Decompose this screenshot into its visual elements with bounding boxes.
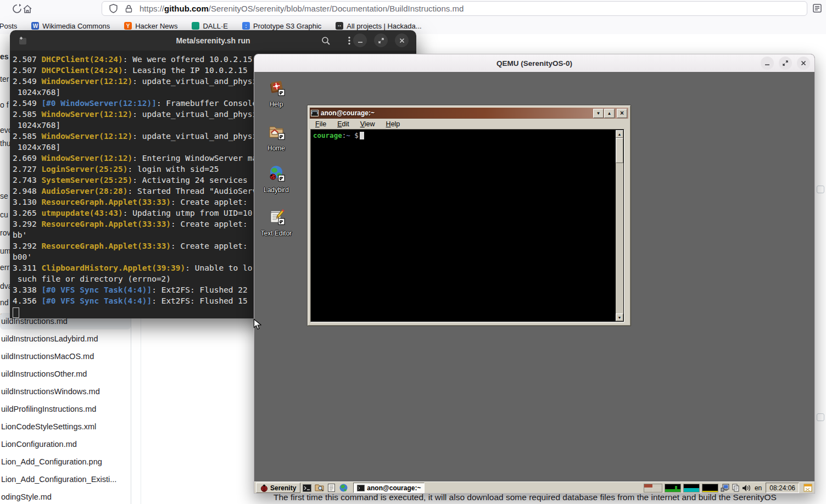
quicklaunch-text-editor-icon[interactable] xyxy=(326,483,337,493)
maximize-button[interactable] xyxy=(779,57,792,70)
page-paragraph: The first time this command is executed,… xyxy=(274,492,777,502)
clipped-text-fragment: um xyxy=(0,247,10,255)
page-icon-fragment[interactable] xyxy=(817,186,824,193)
terminal-cursor xyxy=(13,307,19,318)
clipped-text-fragment: o f xyxy=(0,100,9,109)
menu-edit[interactable]: Edit xyxy=(332,120,355,128)
terminal-titlebar[interactable]: Meta/serenity.sh run xyxy=(10,30,416,51)
wikimedia-commons-icon: W xyxy=(31,22,39,30)
shell-prompt: courage:~ $ xyxy=(313,131,364,139)
quicklaunch-browser-icon[interactable] xyxy=(338,483,349,493)
taskbar-clock[interactable]: 08:24:06 xyxy=(766,483,799,493)
file-tree-item[interactable]: odingStyle.md xyxy=(0,489,131,504)
menu-help[interactable]: Help xyxy=(381,120,406,128)
file-tree-item[interactable]: Lion_Add_Configuration_Existi... xyxy=(0,471,131,488)
file-tree-item[interactable]: LionConfiguration.md xyxy=(0,436,131,452)
file-tree-item[interactable]: Lion_Add_Configuration.png xyxy=(0,453,131,470)
home-icon[interactable] xyxy=(22,3,33,14)
serenity-menubar: FileEditViewHelp xyxy=(310,119,628,129)
keyboard-layout-indicator[interactable]: en xyxy=(753,484,763,492)
shield-icon[interactable] xyxy=(109,4,118,13)
reader-view-icon[interactable] xyxy=(812,3,823,14)
qemu-titlebar[interactable]: QEMU (SerenityOS-0) xyxy=(254,54,814,72)
lock-icon[interactable] xyxy=(125,4,133,13)
scrollbar[interactable]: ▲ ▼ xyxy=(616,130,623,321)
clipped-text-fragment: cu xyxy=(0,210,8,219)
minimize-button[interactable] xyxy=(761,57,774,70)
mouse-cursor xyxy=(253,318,261,331)
clipped-text-fragment: se xyxy=(0,192,8,200)
serenity-terminal-window: anon@courage:~ ▼ ▲ × FileEditViewHelp co… xyxy=(307,105,631,326)
file-tree-item[interactable]: uildInstructionsLadybird.md xyxy=(0,331,131,347)
bookmark-item[interactable]: g Posts xyxy=(0,22,17,30)
serenity-desktop[interactable]: Help Home xyxy=(254,72,814,481)
reload-icon[interactable] xyxy=(12,3,23,14)
start-button[interactable]: Serenity xyxy=(256,483,300,493)
taskbar-window-button[interactable]: anon@courage:~ xyxy=(353,483,425,493)
clipped-text-fragment: es xyxy=(0,52,9,61)
desktop-icon-help[interactable]: Help xyxy=(254,79,300,108)
workspace-switcher[interactable] xyxy=(644,484,662,492)
serenity-taskbar: Serenity anon@courage:~ xyxy=(254,481,814,494)
qemu-title: QEMU (SerenityOS-0) xyxy=(496,59,572,68)
bookmark-item[interactable]: DALL·E xyxy=(192,22,228,30)
file-tree-item[interactable]: LionCodeStyleSettings.xml xyxy=(0,418,131,435)
menu-file[interactable]: File xyxy=(310,120,332,128)
minimize-button[interactable] xyxy=(353,33,367,47)
bookmark-item[interactable]: ··All projects | Hackada... xyxy=(336,22,421,30)
file-tree-item[interactable]: uildInstructionsMacOS.md xyxy=(0,348,131,365)
file-tree-item[interactable]: uildProfilingInstructions.md xyxy=(0,401,131,417)
clipped-text-fragment: nd xyxy=(0,298,9,307)
file-tree-item[interactable]: uildInstructionsOther.md xyxy=(0,366,131,382)
serenity-window-title: anon@courage:~ xyxy=(321,109,593,117)
terminal-app-icon xyxy=(357,485,365,491)
calendar-applet-icon[interactable] xyxy=(803,484,813,492)
url-text: https://github.com/SerenityOS/serenity/b… xyxy=(139,4,464,13)
screen: https://github.com/SerenityOS/serenity/b… xyxy=(0,0,826,504)
bookmark-item[interactable]: :Prototype S3 Graphic xyxy=(242,22,321,30)
scrollbar-thumb[interactable] xyxy=(616,138,623,163)
qemu-window: QEMU (SerenityOS-0) xyxy=(254,54,815,494)
ladybug-icon xyxy=(260,484,268,492)
shell-cursor xyxy=(360,132,364,139)
desktop-icon-ladybird[interactable]: Ladybird xyxy=(254,164,300,194)
serenity-terminal-viewport[interactable]: courage:~ $ ▲ ▼ xyxy=(310,129,624,322)
roll-down-button[interactable]: ▼ xyxy=(593,109,604,118)
desktop-icon-text-editor[interactable]: Text Editor xyxy=(254,208,300,237)
home-folder-icon xyxy=(267,122,286,141)
maximize-button[interactable]: ▲ xyxy=(604,109,615,118)
scroll-down-icon[interactable]: ▼ xyxy=(616,313,623,321)
file-tree-item[interactable]: uildInstructionsWindows.md xyxy=(0,383,131,400)
menu-view[interactable]: View xyxy=(355,120,381,128)
desktop-icon-home[interactable]: Home xyxy=(254,122,300,152)
file-tree: uildInstructions.mduildInstructionsLadyb… xyxy=(0,313,131,504)
quicklaunch-terminal-icon[interactable] xyxy=(302,483,312,493)
network-status-icon[interactable] xyxy=(721,484,730,492)
close-button[interactable] xyxy=(395,33,409,47)
page-icon-fragment[interactable] xyxy=(817,413,824,421)
hacker-news-icon: Y xyxy=(124,22,132,30)
clipped-text-fragment: rov xyxy=(0,228,10,237)
memory-graph-applet[interactable] xyxy=(683,484,700,492)
bookmark-item[interactable]: YHacker News xyxy=(124,22,177,30)
search-icon[interactable] xyxy=(321,36,331,46)
terminal-app-icon xyxy=(311,110,319,116)
browser-toolbar: https://github.com/SerenityOS/serenity/b… xyxy=(0,0,826,18)
maximize-button[interactable] xyxy=(374,33,388,47)
hackaday-icon: ·· xyxy=(336,22,343,30)
url-bar[interactable]: https://github.com/SerenityOS/serenity/b… xyxy=(102,1,807,16)
scroll-up-icon[interactable]: ▲ xyxy=(616,130,623,138)
network-graph-applet[interactable] xyxy=(702,484,718,492)
prototype-icon: : xyxy=(242,22,250,30)
bookmark-item[interactable]: WWikimedia Commons xyxy=(31,22,110,30)
close-button[interactable] xyxy=(797,57,810,70)
cpu-graph-applet[interactable] xyxy=(665,484,681,492)
clipboard-icon[interactable] xyxy=(732,484,740,492)
text-editor-icon xyxy=(267,208,286,226)
clipped-text-fragment: err xyxy=(0,263,9,272)
ladybird-globe-icon xyxy=(267,164,286,183)
volume-icon[interactable] xyxy=(742,484,751,492)
serenity-titlebar[interactable]: anon@courage:~ ▼ ▲ × xyxy=(310,108,628,119)
close-button[interactable]: × xyxy=(617,109,627,118)
quicklaunch-file-manager-icon[interactable] xyxy=(314,483,325,493)
